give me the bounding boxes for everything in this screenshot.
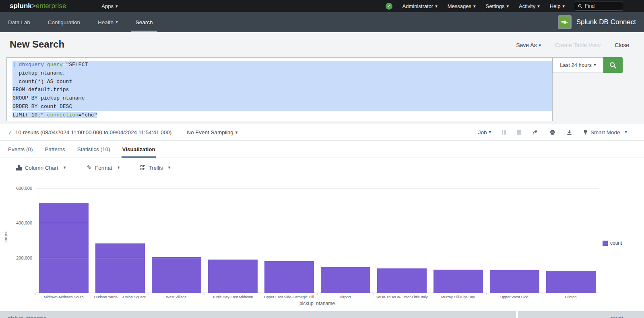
x-axis-tick bbox=[261, 293, 261, 295]
bar-slot bbox=[35, 203, 92, 293]
page-title: New Search bbox=[10, 39, 64, 50]
tab-statistics-10[interactable]: Statistics (10) bbox=[77, 141, 110, 158]
table-preview-header: pickup_ntaname count bbox=[0, 311, 644, 318]
tab-visualization[interactable]: Visualization bbox=[122, 141, 155, 158]
job-controls: Job Smart Mode bbox=[478, 129, 627, 135]
topbar-menus: AdministratorMessagesSettingsActivityHel… bbox=[402, 3, 565, 9]
x-category-label-soho-tribeca-nter-little-italy: SoHo-TriBeCa-...nter-Little Italy bbox=[374, 295, 430, 299]
query-text: | dbxquery query="SELECT pickup_ntaname,… bbox=[7, 58, 552, 120]
legend-swatch bbox=[603, 241, 608, 246]
gridline-400,000 bbox=[35, 223, 599, 223]
chart-type-picker[interactable]: Column Chart bbox=[16, 165, 66, 171]
bar-murray-hill-kips-bay[interactable] bbox=[433, 270, 483, 293]
y-tick-label: 600,000 bbox=[0, 186, 32, 191]
menu-settings[interactable]: Settings bbox=[486, 3, 509, 9]
search-button[interactable] bbox=[603, 57, 623, 73]
x-category-label-murray-hill-kips-bay: Murray Hill-Kips Bay bbox=[430, 295, 486, 299]
search-icon bbox=[609, 62, 617, 69]
bar-clinton[interactable] bbox=[546, 271, 596, 293]
x-axis-tick bbox=[204, 293, 205, 295]
bar-airport[interactable] bbox=[321, 267, 370, 293]
results-summary-group: 10 results (08/04/2024 11:00:00.000 to 0… bbox=[8, 129, 237, 135]
bar-turtle-bay-east-midtown[interactable] bbox=[208, 260, 258, 293]
gridline-200,000 bbox=[35, 258, 599, 258]
x-category-labels: Midtown-Midtown SouthHudson Yards-...-Un… bbox=[35, 295, 599, 299]
bar-hudson-yards-union-square[interactable] bbox=[95, 243, 145, 293]
x-category-label-airport: Airport bbox=[317, 295, 374, 299]
time-range-picker[interactable]: Last 24 hours bbox=[553, 57, 603, 73]
format-button[interactable]: Format bbox=[87, 164, 120, 171]
nav-configuration[interactable]: Configuration bbox=[48, 12, 80, 32]
success-check-icon bbox=[8, 129, 12, 135]
x-axis-tick bbox=[599, 293, 599, 295]
chart-legend[interactable]: count bbox=[603, 240, 622, 246]
bar-slot bbox=[204, 260, 261, 293]
nav-health[interactable]: Health bbox=[98, 12, 118, 32]
menu-administrator[interactable]: Administrator bbox=[402, 3, 438, 9]
bar-slot bbox=[148, 257, 204, 293]
pause-icon[interactable] bbox=[502, 130, 506, 135]
column-header-pickup-ntaname[interactable]: pickup_ntaname bbox=[0, 311, 516, 318]
legend-label: count bbox=[610, 240, 622, 246]
smart-mode-label: Smart Mode bbox=[590, 129, 620, 135]
status-check-icon[interactable] bbox=[386, 3, 392, 10]
bar-upper-east-side-carnegie-hill[interactable] bbox=[264, 261, 314, 293]
bar-slot bbox=[317, 267, 374, 293]
export-icon[interactable] bbox=[566, 129, 572, 135]
x-axis-tick bbox=[430, 293, 430, 295]
nav-data-lab[interactable]: Data Lab bbox=[8, 12, 30, 32]
results-bar: 10 results (08/04/2024 11:00:00.000 to 0… bbox=[0, 124, 644, 141]
trellis-grid-icon bbox=[140, 165, 145, 170]
search-query-input[interactable]: | dbxquery query="SELECT pickup_ntaname,… bbox=[6, 57, 553, 121]
find-input[interactable] bbox=[585, 3, 617, 9]
find-box[interactable] bbox=[575, 2, 623, 10]
apps-menu[interactable]: Apps bbox=[101, 3, 118, 9]
search-section: New Search Save As Create Table View Clo… bbox=[0, 32, 644, 124]
job-menu[interactable]: Job bbox=[478, 129, 491, 135]
print-icon[interactable] bbox=[549, 129, 555, 135]
trellis-button[interactable]: Trellis bbox=[140, 165, 170, 171]
x-category-label-clinton: Clinton bbox=[543, 295, 599, 299]
query-line-5: GROUP BY pickup_ntaname bbox=[12, 94, 552, 103]
query-selection-inline: LIMIT 10;" connection="chc" bbox=[12, 112, 97, 118]
bar-soho-tribeca-nter-little-italy[interactable] bbox=[377, 268, 427, 293]
y-tick-label: 200,000 bbox=[0, 256, 32, 260]
bar-midtown-midtown-south[interactable] bbox=[39, 203, 89, 293]
menu-help[interactable]: Help bbox=[550, 3, 565, 9]
tab-patterns[interactable]: Patterns bbox=[45, 141, 65, 158]
x-category-label-west-village: West Village bbox=[148, 295, 204, 299]
x-axis-tick bbox=[148, 293, 149, 295]
gridline-600,000 bbox=[35, 188, 599, 189]
column-chart-icon bbox=[16, 165, 22, 170]
bar-upper-west-side[interactable] bbox=[490, 270, 539, 293]
share-icon[interactable] bbox=[532, 129, 539, 135]
menu-activity[interactable]: Activity bbox=[519, 3, 540, 9]
column-header-count[interactable]: count bbox=[518, 311, 644, 318]
x-category-label-turtle-bay-east-midtown: Turtle Bay-East Midtown bbox=[204, 295, 261, 299]
query-line-1: | dbxquery query="SELECT bbox=[12, 61, 552, 69]
bar-west-village[interactable] bbox=[152, 257, 201, 293]
app-brand[interactable]: Splunk DB Connect bbox=[558, 15, 636, 29]
nav-search[interactable]: Search bbox=[136, 12, 153, 32]
save-as-button[interactable]: Save As bbox=[516, 42, 541, 48]
menu-messages[interactable]: Messages bbox=[448, 3, 476, 9]
logo-gt: > bbox=[32, 2, 36, 10]
bar-slot bbox=[543, 271, 599, 293]
query-line-4: FROM default.trips bbox=[12, 86, 552, 94]
header-actions: Save As Create Table View Close bbox=[516, 42, 629, 48]
tab-events-0[interactable]: Events (0) bbox=[8, 141, 33, 158]
bar-slot bbox=[486, 270, 543, 293]
pencil-icon bbox=[87, 164, 92, 171]
result-tabs: Events (0)PatternsStatistics (10)Visuali… bbox=[0, 141, 644, 158]
splunk-logo[interactable]: splunk>enterprise bbox=[10, 2, 66, 10]
smart-mode-dropdown[interactable]: Smart Mode bbox=[583, 129, 627, 135]
logo-splunk: splunk bbox=[10, 2, 32, 10]
y-tick-label: 400,000 bbox=[0, 220, 32, 225]
app-nav: Data LabConfigurationHealthSearch bbox=[8, 12, 170, 32]
column-chart: count Midtown-Midtown SouthHudson Yards-… bbox=[0, 177, 644, 311]
close-button[interactable]: Close bbox=[615, 42, 629, 48]
bar-slot bbox=[92, 243, 148, 293]
event-sampling-dropdown[interactable]: No Event Sampling bbox=[187, 129, 237, 135]
x-axis-tick bbox=[486, 293, 487, 295]
stop-icon[interactable] bbox=[517, 130, 521, 135]
